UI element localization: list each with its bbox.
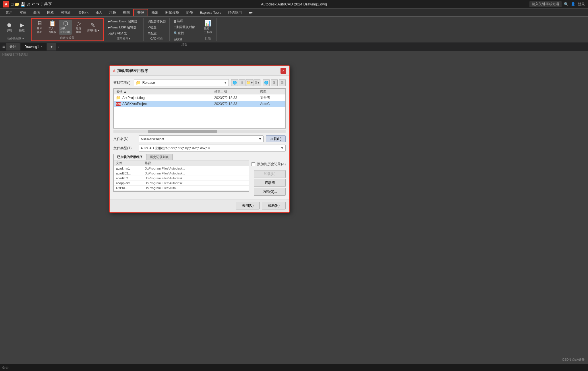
filename-row: 文件名(N): ADSKArxProject ▼ 加载(L) [113,135,286,142]
tab-可视化[interactable]: 可视化 [57,9,75,16]
filetype-select[interactable]: AutoCAD 应用程序(*.arx;*.crx;*.lsp;*.dvb;*.d… [139,145,286,151]
loaded-apps-panel: 已加载的应用程序 历史记录列表 文件 路径 acad.mn1 D:\Progra… [113,154,249,196]
audit-button[interactable]: △ 核查 [173,36,196,42]
close-dialog-button[interactable]: 关闭(C) [236,202,260,209]
contents-button[interactable]: 内容(O)... [254,188,286,196]
view-options-btn[interactable]: ⊞▾ [254,79,260,86]
search-box[interactable]: 键入关键字或短语 [529,1,562,7]
title-text: Autodesk AutoCAD 2024 Drawing1.dwg [261,2,327,6]
performance-analyzer-button[interactable]: 📊 性能分析器 [202,20,214,35]
app-row-1[interactable]: acad202... D:\Program Files\Autodesk... [114,171,249,176]
load-app-icon: ⬡ [63,20,68,26]
tab-网格[interactable]: 网格 [44,9,57,16]
history-tab[interactable]: 历史记录列表 [146,154,173,160]
tab-附加模块[interactable]: 附加模块 [162,9,183,16]
tab-常用[interactable]: 常用 [2,9,16,16]
toolbar-btn-1[interactable]: 🌐 [263,79,270,86]
toolbar-btn-3[interactable]: ⊟ [279,79,286,86]
tab-曲面[interactable]: 曲面 [30,9,44,16]
login-text[interactable]: 登录 [578,2,585,7]
tool-palettes-button[interactable]: 📋 工具选项板 [47,20,58,35]
toolbar-btn-2[interactable]: ⊞ [271,79,278,86]
app-row-0[interactable]: acad.mn1 D:\Program Files\Autodesk... [114,166,249,171]
play-button[interactable]: ▶ 播放 [16,22,28,33]
print-icon[interactable]: 🖨 [26,2,30,7]
app-row-4[interactable]: D:\Pro... D:\Program Files\Auto... [114,186,249,191]
tab-精选应用[interactable]: 精选应用 [225,9,245,16]
check-icon: ✓ [148,26,150,29]
cadstandard-buttons: ⇄ 图层转换器 ✓ 检查 ⚙ 配置 [146,18,167,36]
folder-icon: 📁 [136,80,141,85]
purge-button[interactable]: 🗑 清理 [173,18,196,24]
file-browser-header: 查找范围(I): 📁 Release ▼ 🌐 ⬆ 📁+ ⊞▾ 🌐 ⊞ ⊟ [113,79,286,86]
tab-实体[interactable]: 实体 [16,9,30,16]
up-folder-btn[interactable]: ⬆ [239,79,245,86]
new-tab-button[interactable]: + [47,43,56,50]
start-tab[interactable]: 开始 [6,43,20,50]
arx-icon-0: ARX [116,102,121,106]
ui-icon: 🖥 [37,20,42,26]
tab-more[interactable]: ■▾ [245,9,256,16]
app-row-2[interactable]: acad202... D:\Program Files\Autodesk... [114,176,249,181]
account-icon[interactable]: 👤 [571,2,575,6]
config-button[interactable]: ⚙ 配置 [146,31,167,36]
filetype-label: 文件类型(T): [113,146,136,151]
dialog-title: 加载/卸载应用程序 [117,68,279,73]
check-button[interactable]: ✓ 检查 [146,25,167,30]
record-button[interactable]: ⏺ 录制 [3,22,15,33]
lisp-editor-button[interactable]: ▶ Visual LISP 编辑器 [107,25,141,30]
run-script-button[interactable]: ▷ 运行脚本 [73,20,84,35]
vba-icon: ▷ [108,32,110,35]
add-history-checkbox[interactable] [252,162,255,166]
edit-alias-button[interactable]: ✎ 编辑别名 ▾ [86,22,100,33]
internet-btn[interactable]: 🌐 [231,79,238,86]
drawing1-tab[interactable]: Drawing1 × [21,43,46,50]
appprogram-label: 应用程序 ▾ [117,36,131,41]
tab-bar: ≡ 开始 Drawing1 × + / [0,42,588,51]
file-list-header: 名称 ▲ 修改日期 类型 [114,89,285,94]
file-row-1[interactable]: ARX ADSKArxProject 2023/7/2 18:33 AutoC [114,101,285,107]
load-button[interactable]: 加载(L) [266,135,286,142]
startup-button[interactable]: 启动组 [254,179,286,187]
filename-input[interactable]: ADSKArxProject ▼ [139,135,264,142]
search-icon[interactable]: 🔍 [564,2,568,6]
watermark: CSDN @赵健升 [562,358,585,362]
redo-icon[interactable]: ↷ [36,2,40,7]
loaded-apps-tab[interactable]: 已加载的应用程序 [113,154,146,160]
user-interface-button[interactable]: 🖥 用户界面 [34,20,45,35]
find-nonpurgeable-button[interactable]: 🔍 查找 [173,30,196,36]
share-icon[interactable]: ⤴ 共享 [41,2,52,7]
drawing1-close[interactable]: × [41,45,42,48]
delete-duplicate-button[interactable]: ⊟ 删除重复对象 [173,24,196,30]
horizontal-scrollbar[interactable] [113,130,286,133]
load-app-button[interactable]: ⬡ 加载应用程序 [59,20,72,35]
tab-插入[interactable]: 插入 [92,9,106,16]
tab-注释[interactable]: 注释 [106,9,119,16]
help-button[interactable]: 帮助(H) [262,202,286,209]
search-range-label: 查找范围(I): [113,80,131,85]
new-folder-btn[interactable]: 📁+ [246,79,253,86]
vb-editor-button[interactable]: ▶ Visual Basic 编辑器 [107,19,141,24]
file-row-0[interactable]: 📁 ArxProject.tlog 2023/7/2 18:33 文件夹 [114,94,285,101]
layer-translator-button[interactable]: ⇄ 图层转换器 [146,19,167,24]
undo-icon[interactable]: ↶ [32,2,35,7]
folder-dropdown[interactable]: 📁 Release ▼ [134,79,229,86]
tab-视图[interactable]: 视图 [119,9,133,16]
tab-输出[interactable]: 输出 [148,9,162,16]
tab-管理[interactable]: 管理 [133,9,148,16]
extra-toolbar: 🌐 ⊞ ⊟ [263,79,286,86]
save-icon[interactable]: 💾 [20,2,25,7]
app-row-3[interactable]: acapp.arx D:\Program Files\Autodesk... [114,181,249,186]
unload-button[interactable]: 卸载(U) [254,170,286,178]
vba-macro-button[interactable]: ▷ 运行 VBA 宏 [107,31,141,36]
purge-icon: 🗑 [174,20,177,23]
open-icon[interactable]: 📁 [14,2,19,7]
hamburger-menu[interactable]: ≡ [2,44,5,49]
file-name-0: 📁 ArxProject.tlog [116,96,214,100]
dialog-close-button[interactable]: × [281,68,286,74]
tab-参数化[interactable]: 参数化 [75,9,92,16]
new-icon[interactable]: □ [11,2,13,7]
tab-express[interactable]: Express Tools [196,9,225,16]
ribbon-group-recorder: ⏺ 录制 ▶ 播放 动作录制器 ▾ [1,18,30,41]
tab-协作[interactable]: 协作 [183,9,196,16]
